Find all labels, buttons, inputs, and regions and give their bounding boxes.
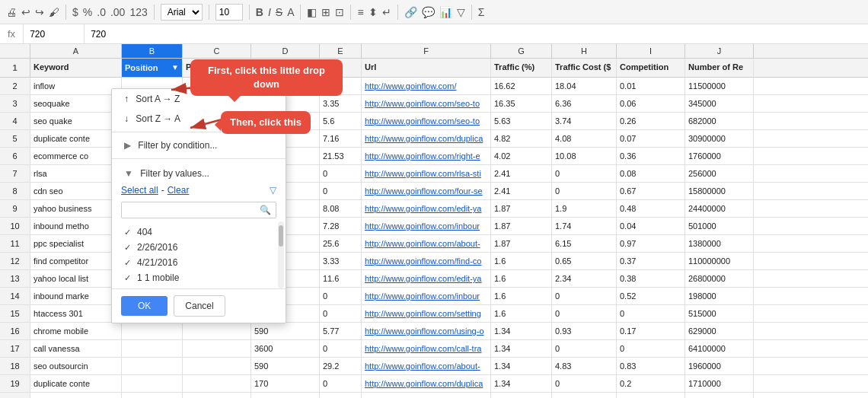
cell-g-14[interactable]: 1.6 [491, 288, 552, 304]
cell-f-19[interactable]: http://www.goinflow.com/duplica [362, 375, 491, 392]
borders-icon[interactable]: ⊞ [321, 6, 330, 18]
cell-h-12[interactable]: 0.65 [552, 253, 617, 269]
cell-i-3[interactable]: 0.06 [617, 95, 685, 112]
cell-e-17[interactable]: 0 [320, 340, 362, 357]
cell-e-2[interactable]: 9.27 [320, 78, 362, 94]
formula-value[interactable]: 720 [85, 29, 112, 40]
cell-a-8[interactable]: cdn seo [30, 183, 122, 199]
font-size-input[interactable] [215, 4, 243, 21]
cell-j-2[interactable]: 11500000 [685, 78, 754, 94]
col-header-a[interactable]: A [30, 44, 122, 58]
cell-f-2[interactable]: http://www.goinflow.com/ [362, 78, 491, 94]
cell-g-11[interactable]: 1.87 [491, 235, 552, 252]
cell-b-19[interactable] [122, 375, 183, 392]
comment-icon[interactable]: 💬 [422, 6, 435, 18]
cell-a-16[interactable]: chrome mobile [30, 323, 122, 339]
cell-g-3[interactable]: 16.35 [491, 95, 552, 112]
cell-h-20[interactable]: 0 [552, 393, 617, 398]
col-header-i[interactable]: I [617, 44, 685, 58]
cell-j-15[interactable]: 515000 [685, 305, 754, 322]
filter-dropdown-icon[interactable]: ▼ [171, 61, 179, 75]
ok-button[interactable]: OK [121, 296, 168, 316]
col-header-b[interactable]: B [122, 44, 183, 58]
col-header-j[interactable]: J [685, 44, 754, 58]
percent-icon[interactable]: % [83, 6, 92, 18]
cell-f-16[interactable]: http://www.goinflow.com/using-o [362, 323, 491, 339]
cell-i-20[interactable]: 0 [617, 393, 685, 398]
cell-g-19[interactable]: 1.34 [491, 375, 552, 392]
cell-j-10[interactable]: 501000 [685, 218, 754, 234]
cell-i-10[interactable]: 0.04 [617, 218, 685, 234]
header-search-vol[interactable]: Search Volum [251, 59, 320, 77]
cell-a-10[interactable]: inbound metho [30, 218, 122, 234]
cell-i-14[interactable]: 0.52 [617, 288, 685, 304]
filter-condition-item[interactable]: ▶ Filter by condition... [112, 135, 286, 155]
cell-i-17[interactable]: 0 [617, 340, 685, 357]
format-123-icon[interactable]: 123 [129, 6, 147, 18]
cell-f-11[interactable]: http://www.goinflow.com/about- [362, 235, 491, 252]
cell-a-4[interactable]: seo quake [30, 113, 122, 129]
cell-g-15[interactable]: 1.6 [491, 305, 552, 322]
cell-j-20[interactable] [685, 393, 754, 398]
cell-a-2[interactable]: inflow [30, 78, 122, 94]
cell-e-18[interactable]: 29.2 [320, 358, 362, 374]
cell-b-17[interactable] [122, 340, 183, 357]
cell-a-6[interactable]: ecommerce co [30, 148, 122, 164]
cell-e-7[interactable]: 0 [320, 165, 362, 182]
cell-h-3[interactable]: 6.36 [552, 95, 617, 112]
filter-icon[interactable]: ▽ [457, 6, 465, 18]
cell-e-10[interactable]: 7.28 [320, 218, 362, 234]
header-traffic[interactable]: Traffic (%) [491, 59, 552, 77]
cell-a-9[interactable]: yahoo business [30, 200, 122, 217]
text-wrap-icon[interactable]: ↵ [382, 6, 391, 18]
value-date1[interactable]: ✓ 2/26/2016 [112, 240, 286, 255]
cell-g-4[interactable]: 5.63 [491, 113, 552, 129]
sort-az-item[interactable]: ↑ Sort A → Z [112, 89, 286, 109]
cell-d-19[interactable]: 170 [251, 375, 320, 392]
cell-a-13[interactable]: yahoo local list [30, 270, 122, 287]
cell-h-19[interactable]: 0 [552, 375, 617, 392]
header-url[interactable]: Url [362, 59, 491, 77]
cell-i-5[interactable]: 0.07 [617, 130, 685, 147]
cell-i-7[interactable]: 0.08 [617, 165, 685, 182]
link-icon[interactable]: 🔗 [404, 6, 417, 18]
decimal-dec-icon[interactable]: .0 [97, 6, 106, 18]
filter-values-item[interactable]: ▼ Filter by values... [121, 165, 276, 182]
cell-i-4[interactable]: 0.26 [617, 113, 685, 129]
value-mobile[interactable]: ✓ 1 1 mobile [112, 270, 286, 285]
valign-icon[interactable]: ⬍ [369, 6, 378, 18]
cell-a-15[interactable]: htaccess 301 [30, 305, 122, 322]
cell-i-15[interactable]: 0 [617, 305, 685, 322]
fill-color-icon[interactable]: ◧ [307, 6, 317, 18]
cell-g-8[interactable]: 2.41 [491, 183, 552, 199]
cell-e-11[interactable]: 25.6 [320, 235, 362, 252]
function-icon[interactable]: Σ [478, 6, 485, 18]
cell-h-15[interactable]: 0 [552, 305, 617, 322]
col-header-h[interactable]: H [552, 44, 617, 58]
value-date2[interactable]: ✓ 4/21/2016 [112, 255, 286, 270]
cell-e-20[interactable]: 0 [320, 393, 362, 398]
cell-f-5[interactable]: http://www.goinflow.com/duplica [362, 130, 491, 147]
cell-g-9[interactable]: 1.87 [491, 200, 552, 217]
cell-j-18[interactable]: 1960000 [685, 358, 754, 374]
scroll-thumb[interactable] [279, 225, 283, 247]
merge-icon[interactable]: ⊡ [335, 6, 344, 18]
strikethrough-button[interactable]: S [276, 6, 282, 18]
cell-g-16[interactable]: 1.34 [491, 323, 552, 339]
col-header-e[interactable]: E [320, 44, 362, 58]
cell-j-9[interactable]: 24400000 [685, 200, 754, 217]
cell-e-4[interactable]: 5.6 [320, 113, 362, 129]
cell-h-6[interactable]: 10.08 [552, 148, 617, 164]
cell-a-20[interactable]: happy llama [30, 393, 122, 398]
cell-b-18[interactable] [122, 358, 183, 374]
font-family-select[interactable]: Arial [161, 4, 203, 21]
undo-icon[interactable]: ↩ [21, 6, 30, 18]
cell-i-19[interactable]: 0.2 [617, 375, 685, 392]
cell-i-13[interactable]: 0.38 [617, 270, 685, 287]
italic-button[interactable]: I [268, 6, 271, 18]
cell-h-11[interactable]: 6.15 [552, 235, 617, 252]
cell-d-17[interactable]: 3600 [251, 340, 320, 357]
cell-g-18[interactable]: 1.34 [491, 358, 552, 374]
filter-search-input[interactable] [122, 202, 255, 218]
cell-f-14[interactable]: http://www.goinflow.com/inbour [362, 288, 491, 304]
